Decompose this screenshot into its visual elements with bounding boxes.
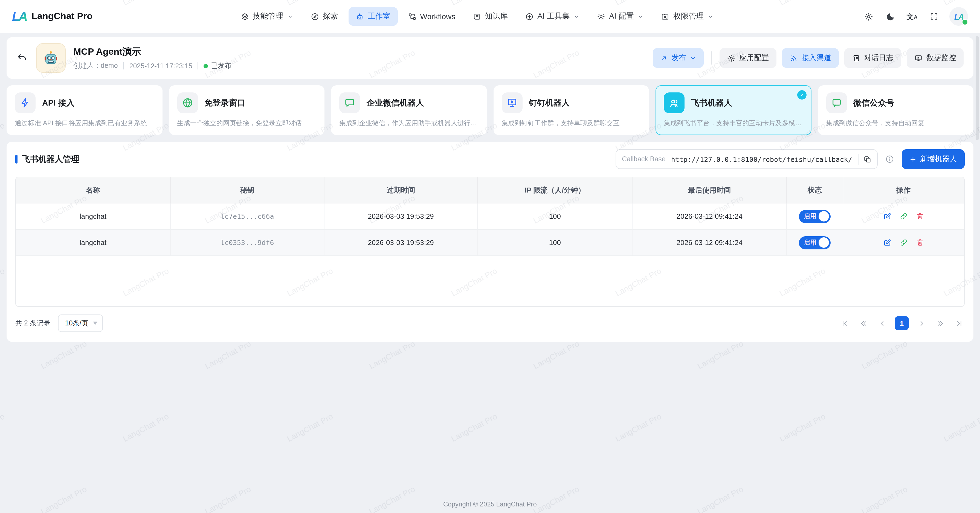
main-nav: 技能管理 探索 工作室 Workflows 知识库 AI 工具集	[234, 7, 721, 26]
jump-forward-icon[interactable]	[934, 317, 946, 329]
actions-divider	[711, 51, 712, 65]
footer-copyright: Copyright © 2025 LangChat Pro	[0, 500, 980, 508]
nav-item-permissions[interactable]: 权限管理	[654, 7, 721, 26]
toggle-knob	[819, 211, 829, 221]
first-page-icon[interactable]	[839, 317, 851, 329]
nav-item-workflows[interactable]: Workflows	[401, 8, 463, 25]
agent-header-card: MCP Agent演示 创建人：demo 2025-12-11 17:23:15…	[6, 37, 974, 79]
callback-label: Callback Base	[616, 155, 671, 163]
fullscreen-icon[interactable]	[928, 10, 940, 23]
col-actions: 操作	[843, 177, 964, 203]
cell-ip-limit: 100	[478, 203, 632, 229]
channel-card-feishu[interactable]: 飞书机器人 集成到飞书平台，支持丰富的互动卡片及多模式对话	[655, 85, 811, 135]
agent-avatar	[36, 43, 66, 73]
folder-key-icon	[661, 12, 670, 21]
user-avatar[interactable]: LA	[949, 7, 968, 26]
nav-item-skills[interactable]: 技能管理	[234, 7, 301, 26]
next-page-icon[interactable]	[915, 317, 928, 329]
scrollbar-thumb[interactable]	[975, 36, 979, 140]
robot-face-icon	[43, 50, 59, 66]
pagination-bar: 共 2 条记录 10条/页 1	[15, 314, 965, 332]
jump-back-icon[interactable]	[858, 317, 869, 329]
trash-icon[interactable]	[916, 212, 924, 221]
brand-name: LangChat Pro	[32, 11, 92, 22]
channel-desc: 生成一个独立的网页链接，免登录立即对话	[177, 119, 316, 128]
channel-title: API 接入	[42, 98, 75, 108]
gear-icon	[597, 12, 605, 21]
last-page-icon[interactable]	[953, 317, 965, 329]
channel-cards: API 接入 通过标准 API 接口将应用集成到已有业务系统 免登录窗口 生成一…	[6, 85, 974, 135]
publish-label: 发布	[671, 53, 686, 63]
trash-icon[interactable]	[916, 238, 924, 247]
channel-desc: 集成到企业微信，作为应用助手或机器人进行交互	[339, 119, 479, 128]
channel-card-wechat-mp[interactable]: 微信公众号 集成到微信公众号，支持自动回复	[818, 85, 974, 135]
nav-item-ai-config[interactable]: AI 配置	[590, 7, 651, 26]
chat-log-button[interactable]: 对话日志	[844, 48, 901, 68]
agent-info: MCP Agent演示 创建人：demo 2025-12-11 17:23:15…	[73, 45, 231, 71]
book-icon	[473, 12, 481, 21]
page-size-select[interactable]: 10条/页	[58, 314, 103, 332]
chevron-down-icon	[690, 55, 696, 61]
gear-icon	[727, 54, 735, 62]
copy-icon[interactable]	[858, 150, 877, 168]
monitor-icon	[914, 54, 923, 62]
nav-item-studio[interactable]: 工作室	[348, 7, 398, 26]
col-last-used: 最后使用时间	[632, 177, 787, 203]
info-icon[interactable]	[885, 155, 894, 164]
nav-item-explore[interactable]: 探索	[304, 7, 345, 26]
settings-gear-icon[interactable]	[862, 10, 875, 23]
select-arrow-icon	[93, 322, 98, 325]
robot-icon	[356, 12, 364, 21]
title-accent-bar	[15, 155, 18, 164]
dark-mode-moon-icon[interactable]	[884, 10, 897, 23]
channel-card-weblink[interactable]: 免登录窗口 生成一个独立的网页链接，免登录立即对话	[169, 85, 325, 135]
edit-icon[interactable]	[883, 238, 891, 247]
toolkit-icon	[525, 12, 533, 21]
add-robot-button[interactable]: 新增机器人	[902, 149, 965, 169]
channel-card-dingtalk[interactable]: 钉钉机器人 集成到钉钉工作群，支持单聊及群聊交互	[493, 85, 649, 135]
scroll-log-icon	[852, 54, 860, 62]
nav-label: AI 工具集	[537, 11, 570, 21]
feishu-people-icon	[664, 92, 684, 113]
brand-logo[interactable]: LA LangChat Pro	[12, 9, 92, 24]
publish-button[interactable]: 发布	[653, 48, 704, 68]
header-actions: 发布 应用配置 接入渠道 对话日志 数据监控	[653, 48, 964, 68]
creator-text: 创建人：demo	[73, 61, 118, 71]
toggle-knob	[819, 237, 829, 248]
compass-icon	[311, 12, 319, 21]
app-config-button[interactable]: 应用配置	[719, 48, 776, 68]
current-page[interactable]: 1	[895, 316, 909, 330]
nav-item-ai-tools[interactable]: AI 工具集	[518, 7, 587, 26]
nav-label: 权限管理	[673, 11, 704, 21]
access-channel-button[interactable]: 接入渠道	[782, 48, 839, 68]
prev-page-icon[interactable]	[876, 317, 888, 329]
back-icon[interactable]	[16, 52, 29, 64]
channel-card-api[interactable]: API 接入 通过标准 API 接口将应用集成到已有业务系统	[6, 85, 162, 135]
plus-icon	[909, 156, 916, 163]
language-translate-icon[interactable]: 文A	[905, 10, 919, 23]
publish-status-badge: 已发布	[204, 61, 231, 71]
channel-desc: 集成到微信公众号，支持自动回复	[826, 119, 965, 128]
status-toggle[interactable]: 启用	[799, 210, 830, 223]
online-status-dot	[962, 19, 968, 25]
nav-item-knowledge[interactable]: 知识库	[466, 7, 515, 26]
data-monitor-button[interactable]: 数据监控	[907, 48, 964, 68]
nav-label: 探索	[323, 11, 338, 21]
meta-divider	[123, 62, 124, 70]
status-toggle[interactable]: 启用	[799, 236, 830, 249]
channel-title: 企业微信机器人	[367, 98, 424, 108]
agent-meta: 创建人：demo 2025-12-11 17:23:15 已发布	[73, 61, 231, 71]
rss-channel-icon	[789, 54, 798, 62]
link-icon[interactable]	[900, 238, 908, 247]
cell-secret: lc7e15...c66a	[170, 203, 324, 229]
nav-utilities: 文A LA	[862, 7, 968, 26]
nav-label: 技能管理	[253, 11, 283, 21]
edit-icon[interactable]	[883, 212, 891, 221]
callback-url: http://127.0.0.1:8100/robot/feishu/callb…	[671, 155, 858, 163]
status-label: 已发布	[211, 61, 231, 71]
channel-card-wecom[interactable]: 企业微信机器人 集成到企业微信，作为应用助手或机器人进行交互	[331, 85, 487, 135]
link-icon[interactable]	[900, 212, 908, 221]
workflow-icon	[408, 12, 417, 21]
channel-title: 微信公众号	[853, 98, 894, 108]
feishu-robots-card: 飞书机器人管理 Callback Base http://127.0.0.1:8…	[6, 141, 974, 342]
